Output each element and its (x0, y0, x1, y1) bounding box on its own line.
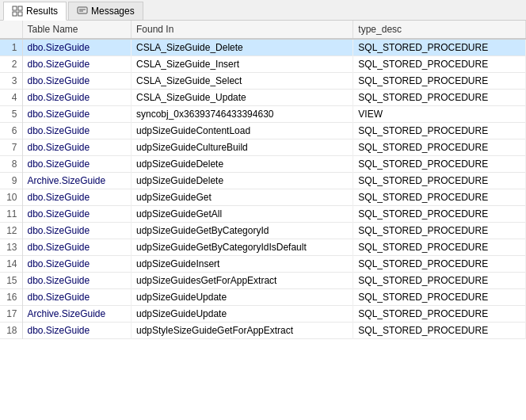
table-row[interactable]: 15dbo.SizeGuideudpSizeGuidesGetForAppExt… (0, 273, 526, 289)
row-number: 2 (0, 56, 22, 73)
row-number: 3 (0, 73, 22, 90)
row-number: 13 (0, 239, 22, 256)
table-row[interactable]: 16dbo.SizeGuideudpSizeGuideUpdateSQL_STO… (0, 289, 526, 306)
row-number: 7 (0, 139, 22, 156)
cell-table-name: dbo.SizeGuide (22, 256, 132, 273)
cell-found-in: udpSizeGuideGetByCategoryIdIsDefault (132, 239, 353, 256)
col-header-type-desc[interactable]: type_desc (353, 21, 526, 39)
cell-type-desc: SQL_STORED_PROCEDURE (353, 139, 526, 156)
cell-type-desc: VIEW (353, 106, 526, 123)
cell-found-in: CSLA_SizeGuide_Delete (132, 39, 353, 56)
cell-type-desc: SQL_STORED_PROCEDURE (353, 239, 526, 256)
svg-rect-3 (18, 12, 22, 16)
svg-rect-4 (78, 7, 87, 13)
cell-type-desc: SQL_STORED_PROCEDURE (353, 206, 526, 223)
row-number: 10 (0, 189, 22, 206)
cell-table-name: dbo.SizeGuide (22, 156, 132, 173)
row-number: 11 (0, 206, 22, 223)
table-row[interactable]: 1dbo.SizeGuideCSLA_SizeGuide_DeleteSQL_S… (0, 39, 526, 56)
cell-table-name: dbo.SizeGuide (22, 189, 132, 206)
cell-table-name: dbo.SizeGuide (22, 273, 132, 289)
cell-table-name: dbo.SizeGuide (22, 223, 132, 239)
row-number: 4 (0, 90, 22, 106)
col-header-found-in[interactable]: Found In (132, 21, 353, 39)
row-number: 6 (0, 123, 22, 139)
table-row[interactable]: 10dbo.SizeGuideudpSizeGuideGetSQL_STORED… (0, 189, 526, 206)
cell-found-in: udpSizeGuidesGetForAppExtract (132, 273, 353, 289)
svg-rect-1 (18, 6, 22, 10)
cell-found-in: udpSizeGuideUpdate (132, 306, 353, 323)
table-row[interactable]: 12dbo.SizeGuideudpSizeGuideGetByCategory… (0, 223, 526, 239)
cell-type-desc: SQL_STORED_PROCEDURE (353, 289, 526, 306)
cell-table-name: dbo.SizeGuide (22, 39, 132, 56)
grid-icon (12, 6, 23, 17)
cell-table-name: Archive.SizeGuide (22, 306, 132, 323)
cell-type-desc: SQL_STORED_PROCEDURE (353, 273, 526, 289)
svg-rect-0 (13, 6, 17, 10)
row-number: 1 (0, 39, 22, 56)
cell-type-desc: SQL_STORED_PROCEDURE (353, 256, 526, 273)
cell-type-desc: SQL_STORED_PROCEDURE (353, 156, 526, 173)
table-row[interactable]: 11dbo.SizeGuideudpSizeGuideGetAllSQL_STO… (0, 206, 526, 223)
cell-table-name: dbo.SizeGuide (22, 106, 132, 123)
tab-messages-label: Messages (91, 6, 135, 17)
row-number: 14 (0, 256, 22, 273)
cell-type-desc: SQL_STORED_PROCEDURE (353, 56, 526, 73)
table-header-row: Table Name Found In type_desc (0, 21, 526, 39)
tab-bar: Results Messages (0, 0, 526, 21)
table-row[interactable]: 14dbo.SizeGuideudpSizeGuideInsertSQL_STO… (0, 256, 526, 273)
tab-results-label: Results (26, 6, 58, 17)
row-number: 5 (0, 106, 22, 123)
col-header-table-name[interactable]: Table Name (22, 21, 132, 39)
cell-found-in: udpSizeGuideCultureBuild (132, 139, 353, 156)
row-number: 18 (0, 323, 22, 339)
table-row[interactable]: 13dbo.SizeGuideudpSizeGuideGetByCategory… (0, 239, 526, 256)
row-number: 15 (0, 273, 22, 289)
col-header-row-num (0, 21, 22, 39)
table-row[interactable]: 18dbo.SizeGuideudpStyleSizeGuideGetForAp… (0, 323, 526, 339)
row-number: 9 (0, 173, 22, 189)
tab-messages[interactable]: Messages (68, 2, 143, 20)
cell-table-name: Archive.SizeGuide (22, 173, 132, 189)
table-row[interactable]: 6dbo.SizeGuideudpSizeGuideContentLoadSQL… (0, 123, 526, 139)
table-row[interactable]: 9Archive.SizeGuideudpSizeGuideDeleteSQL_… (0, 173, 526, 189)
table-row[interactable]: 7dbo.SizeGuideudpSizeGuideCultureBuildSQ… (0, 139, 526, 156)
cell-type-desc: SQL_STORED_PROCEDURE (353, 306, 526, 323)
cell-table-name: dbo.SizeGuide (22, 56, 132, 73)
cell-found-in: udpSizeGuideInsert (132, 256, 353, 273)
cell-table-name: dbo.SizeGuide (22, 206, 132, 223)
cell-table-name: dbo.SizeGuide (22, 123, 132, 139)
cell-found-in: syncobj_0x36393746433394630 (132, 106, 353, 123)
cell-table-name: dbo.SizeGuide (22, 323, 132, 339)
cell-type-desc: SQL_STORED_PROCEDURE (353, 73, 526, 90)
cell-table-name: dbo.SizeGuide (22, 90, 132, 106)
cell-type-desc: SQL_STORED_PROCEDURE (353, 323, 526, 339)
cell-type-desc: SQL_STORED_PROCEDURE (353, 39, 526, 56)
cell-table-name: dbo.SizeGuide (22, 289, 132, 306)
cell-found-in: udpSizeGuideContentLoad (132, 123, 353, 139)
cell-type-desc: SQL_STORED_PROCEDURE (353, 90, 526, 106)
table-row[interactable]: 3dbo.SizeGuideCSLA_SizeGuide_SelectSQL_S… (0, 73, 526, 90)
cell-table-name: dbo.SizeGuide (22, 239, 132, 256)
main-window: Results Messages Table Name Found In typ… (0, 0, 526, 420)
cell-found-in: udpSizeGuideGet (132, 189, 353, 206)
cell-found-in: CSLA_SizeGuide_Update (132, 90, 353, 106)
cell-table-name: dbo.SizeGuide (22, 73, 132, 90)
tab-results[interactable]: Results (3, 2, 67, 21)
cell-found-in: udpStyleSizeGuideGetForAppExtract (132, 323, 353, 339)
results-content[interactable]: Table Name Found In type_desc 1dbo.SizeG… (0, 21, 526, 420)
table-row[interactable]: 4dbo.SizeGuideCSLA_SizeGuide_UpdateSQL_S… (0, 90, 526, 106)
table-row[interactable]: 2dbo.SizeGuideCSLA_SizeGuide_InsertSQL_S… (0, 56, 526, 73)
cell-type-desc: SQL_STORED_PROCEDURE (353, 189, 526, 206)
table-row[interactable]: 8dbo.SizeGuideudpSizeGuideDeleteSQL_STOR… (0, 156, 526, 173)
cell-found-in: udpSizeGuideGetAll (132, 206, 353, 223)
table-body: 1dbo.SizeGuideCSLA_SizeGuide_DeleteSQL_S… (0, 39, 526, 339)
row-number: 17 (0, 306, 22, 323)
cell-found-in: CSLA_SizeGuide_Select (132, 73, 353, 90)
cell-type-desc: SQL_STORED_PROCEDURE (353, 123, 526, 139)
table-row[interactable]: 17Archive.SizeGuideudpSizeGuideUpdateSQL… (0, 306, 526, 323)
table-row[interactable]: 5dbo.SizeGuidesyncobj_0x3639374643339463… (0, 106, 526, 123)
cell-table-name: dbo.SizeGuide (22, 139, 132, 156)
row-number: 16 (0, 289, 22, 306)
row-number: 8 (0, 156, 22, 173)
